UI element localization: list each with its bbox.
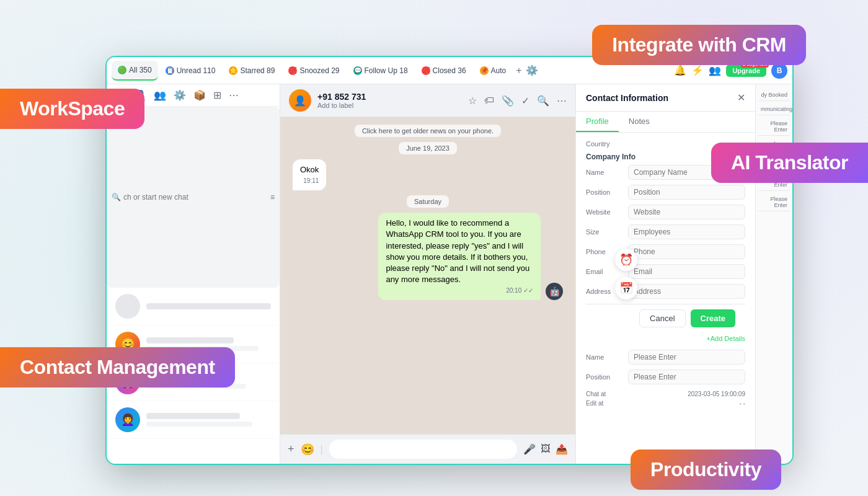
- contact-management-label: Contact Management: [0, 347, 235, 388]
- send-icon[interactable]: 📤: [556, 443, 568, 455]
- upgrade-button[interactable]: Upgrade 3 days left: [726, 64, 766, 77]
- field-email: Email: [586, 264, 745, 279]
- sidebar: 📝 👤 👥 ⚙️ 📦 ⊞ ⋯ 🔍 ≡ 😊: [107, 84, 280, 464]
- input-bottom-position[interactable]: [628, 370, 745, 384]
- panel-close-button[interactable]: ✕: [737, 92, 745, 104]
- plus-icon[interactable]: +: [288, 443, 294, 456]
- chat-input[interactable]: [329, 440, 517, 459]
- tab-all-label: All 350: [129, 66, 152, 74]
- chat-at-row: Chat at 2023-03-05 19:00:09: [586, 389, 745, 399]
- chat-header-actions: ☆ 🏷 📎 ✓ 🔍 ⋯: [468, 95, 567, 107]
- tab-auto[interactable]: 📌 Auto: [474, 61, 513, 81]
- contact-phone: +91 852 731: [317, 92, 462, 102]
- tab-unread-label: Unread 110: [177, 66, 216, 75]
- far-right-panel: dy Booked mmunicating Please Enter lease…: [755, 84, 792, 464]
- tab-snoozed[interactable]: ❌ Snoozed 29: [282, 61, 345, 81]
- input-bottom-name[interactable]: [628, 350, 745, 365]
- tab-notes[interactable]: Notes: [619, 112, 660, 132]
- message-text-sent: Hello, I would like to recommend a Whats…: [386, 218, 529, 284]
- far-right-item-1: dy Booked: [758, 89, 790, 101]
- more-chat-icon[interactable]: ⋯: [557, 95, 567, 107]
- tab-unread[interactable]: 📋 Unread 110: [159, 61, 222, 81]
- app-window: 🟢 All 350 📋 Unread 110 ⭐ Starred 89 ❌ Sn…: [105, 56, 794, 465]
- input-email[interactable]: [628, 264, 745, 279]
- mic-icon[interactable]: 🎤: [523, 443, 536, 455]
- group-icon[interactable]: 👥: [709, 64, 721, 76]
- upgrade-label: Upgrade: [732, 67, 760, 74]
- crm-label: Integrate with CRM: [592, 25, 806, 65]
- far-right-item-2: mmunicating: [758, 104, 790, 115]
- input-website[interactable]: [628, 205, 745, 219]
- tab-auto-label: Auto: [491, 66, 507, 75]
- search-icon: 🔍: [112, 193, 121, 202]
- tab-snoozed-label: Snoozed 29: [299, 66, 339, 75]
- field-address: Address: [586, 284, 745, 299]
- input-icons: + 😊: [288, 443, 314, 456]
- settings-tab-icon[interactable]: ⚙️: [526, 64, 538, 76]
- tab-starred[interactable]: ⭐ Starred 89: [223, 61, 281, 81]
- edit-at-label: Edit at: [586, 400, 603, 407]
- cancel-button[interactable]: Cancel: [639, 309, 685, 327]
- message-time-1: 19:11: [300, 177, 319, 185]
- star-icon[interactable]: ☆: [468, 95, 477, 107]
- panel-tabs: Profile Notes: [576, 112, 755, 133]
- field-bottom-name: Name: [586, 350, 745, 365]
- productivity-label: Productivity: [631, 450, 781, 490]
- chat-item-3[interactable]: 👩‍🦱: [107, 401, 280, 439]
- emoji-icon[interactable]: 😊: [301, 443, 314, 456]
- more-icon[interactable]: ⋯: [229, 89, 239, 101]
- clock-action-button[interactable]: ⏰: [615, 249, 637, 271]
- label-position: Position: [586, 188, 623, 196]
- side-actions: ⏰ 📅: [615, 249, 637, 299]
- filter-icon[interactable]: ≡: [270, 193, 275, 202]
- tab-starred-icon: ⭐: [229, 66, 237, 75]
- system-message-date: June 19, 2023: [399, 142, 457, 154]
- message-time-sent: 20:10 ✓✓: [386, 286, 533, 295]
- tab-closed-label: Closed 36: [433, 66, 466, 75]
- search-input[interactable]: [123, 193, 268, 202]
- layout-icon[interactable]: ⊞: [213, 89, 221, 101]
- tab-profile[interactable]: Profile: [576, 112, 619, 132]
- chat-at-value: 2023-03-05 19:00:09: [688, 391, 745, 397]
- label-bottom-name: Name: [586, 353, 623, 361]
- notification-icon[interactable]: 🔔: [674, 64, 686, 76]
- group-chat-icon[interactable]: 👥: [154, 89, 166, 101]
- image-icon[interactable]: 🖼: [541, 443, 551, 455]
- create-button[interactable]: Create: [691, 309, 735, 327]
- tab-followup-label: Follow Up 18: [365, 66, 408, 75]
- tab-followup[interactable]: 💬 Follow Up 18: [347, 61, 414, 81]
- contact-panel: Contact Information ✕ Profile Notes Coun…: [575, 84, 755, 464]
- add-tab-icon[interactable]: +: [516, 65, 521, 76]
- calendar-action-button[interactable]: 📅: [615, 277, 637, 299]
- tab-all[interactable]: 🟢 All 350: [112, 61, 158, 81]
- label-website: Website: [586, 208, 623, 216]
- search-bar: 🔍 ≡: [107, 107, 280, 288]
- contact-info: +91 852 731 Add to label: [317, 92, 462, 109]
- search-chat-icon[interactable]: 🔍: [537, 95, 549, 107]
- add-details-link[interactable]: +Add Details: [586, 332, 745, 345]
- tab-closed[interactable]: ❌ Closed 36: [415, 61, 472, 81]
- field-size: Size: [586, 224, 745, 239]
- system-message-older: Click here to get older news on your pho…: [355, 125, 501, 137]
- input-address[interactable]: [628, 284, 745, 299]
- label-icon[interactable]: 🏷: [484, 95, 494, 106]
- message-sent-1: Hello, I would like to recommend a Whats…: [378, 213, 541, 300]
- field-phone: Phone: [586, 244, 745, 259]
- chat-item-empty[interactable]: [107, 288, 280, 326]
- far-right-item-3: Please Enter: [758, 118, 790, 136]
- archive-icon[interactable]: 📦: [193, 89, 206, 101]
- check-icon[interactable]: ✓: [521, 95, 529, 107]
- input-size[interactable]: [628, 224, 745, 239]
- label-size: Size: [586, 228, 623, 236]
- input-position[interactable]: [628, 185, 745, 200]
- alert-icon[interactable]: ⚡: [691, 64, 704, 76]
- tab-followup-icon: 💬: [353, 66, 362, 75]
- tab-all-icon: 🟢: [118, 66, 126, 74]
- chat-area: 👤 +91 852 731 Add to label ☆ 🏷 📎 ✓ 🔍 ⋯ C…: [280, 84, 575, 464]
- input-phone[interactable]: [628, 244, 745, 259]
- system-message-saturday: Saturday: [407, 195, 449, 208]
- chat-avatar-3: 👩‍🦱: [115, 407, 140, 432]
- label-name: Name: [586, 169, 623, 176]
- settings-icon[interactable]: ⚙️: [174, 89, 186, 101]
- attachment-icon[interactable]: 📎: [502, 95, 514, 107]
